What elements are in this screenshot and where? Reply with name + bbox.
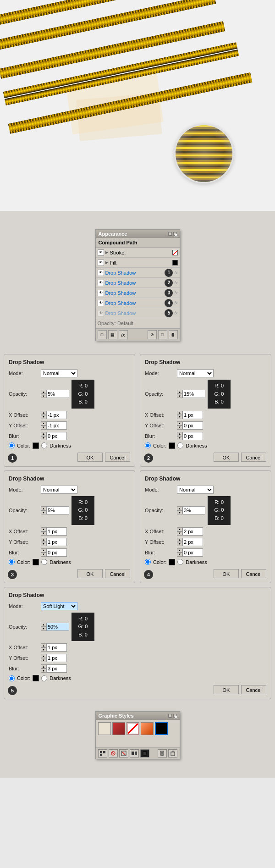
ds5-visibility[interactable]: 👁	[98, 310, 104, 316]
ds2-visibility[interactable]: 👁	[98, 280, 104, 286]
blur-up-1[interactable]: ▲	[41, 432, 46, 436]
color-radio-4[interactable]	[145, 559, 151, 565]
blur-input-4[interactable]	[182, 548, 203, 557]
ds4-label[interactable]: Drop Shadow	[105, 300, 164, 306]
cancel-btn-4[interactable]: Cancel	[241, 569, 266, 578]
gs-item-5[interactable]	[155, 722, 168, 735]
opacity-down-1[interactable]: ▼	[41, 394, 46, 398]
blur-down-3[interactable]: ▼	[41, 553, 46, 557]
new-layer-btn[interactable]: □	[98, 330, 107, 339]
opacity-down-2[interactable]: ▼	[177, 394, 182, 398]
color-swatch-1[interactable]	[33, 442, 39, 449]
x-up-3[interactable]: ▲	[41, 527, 46, 531]
stroke-swatch[interactable]	[172, 250, 178, 255]
gs-delete-btn[interactable]	[168, 749, 177, 757]
cancel-btn-5[interactable]: Cancel	[241, 685, 266, 694]
blur-down-4[interactable]: ▼	[177, 553, 182, 557]
yoffset-input-4[interactable]	[182, 538, 203, 546]
fill-arrow[interactable]: ▶	[105, 260, 110, 265]
darkness-radio-3[interactable]	[41, 559, 47, 565]
mode-select-2[interactable]: Normal Soft Light	[177, 369, 214, 377]
ds1-label[interactable]: Drop Shadow	[105, 270, 164, 276]
blur-input-2[interactable]	[182, 432, 203, 440]
cancel-btn-2[interactable]: Cancel	[241, 453, 266, 462]
ok-btn-2[interactable]: OK	[214, 453, 239, 462]
blur-down-2[interactable]: ▼	[177, 436, 182, 440]
gs-item-2[interactable]	[112, 722, 125, 735]
opacity-input-1[interactable]	[46, 390, 69, 398]
xoffset-input-3[interactable]	[46, 527, 67, 536]
fx-btn[interactable]: fx	[119, 330, 128, 339]
xoffset-input-5[interactable]	[46, 643, 67, 652]
y-up-1[interactable]: ▲	[41, 421, 46, 426]
mode-select-3[interactable]: Normal Soft Light	[41, 486, 77, 494]
yoffset-input-3[interactable]	[46, 538, 67, 546]
gs-merge-btn[interactable]	[130, 749, 139, 757]
y-down-3[interactable]: ▼	[41, 542, 46, 546]
blur-up-5[interactable]: ▲	[41, 664, 46, 669]
yoffset-input-2[interactable]	[182, 421, 203, 430]
fill-swatch[interactable]	[172, 260, 178, 265]
x-down-5[interactable]: ▼	[41, 647, 46, 652]
ds5-label[interactable]: Drop Shadow	[105, 310, 164, 316]
darkness-radio-4[interactable]	[177, 559, 183, 565]
copy-btn[interactable]: □	[158, 330, 167, 339]
opacity-up-5[interactable]: ▲	[41, 623, 46, 627]
ds3-visibility[interactable]: 👁	[98, 290, 104, 296]
x-up-5[interactable]: ▲	[41, 643, 46, 647]
darkness-radio-2[interactable]	[177, 442, 183, 448]
x-up-4[interactable]: ▲	[177, 527, 182, 531]
yoffset-input-1[interactable]	[46, 421, 67, 430]
stroke-arrow[interactable]: ▶	[105, 250, 110, 255]
gs-close-btn[interactable]: ✕	[173, 714, 177, 718]
y-down-5[interactable]: ▼	[41, 658, 46, 662]
ds2-label[interactable]: Drop Shadow	[105, 280, 164, 286]
color-swatch-2[interactable]	[169, 442, 175, 449]
color-swatch-3[interactable]	[33, 559, 39, 565]
gs-item-1[interactable]	[98, 722, 111, 735]
blur-input-3[interactable]	[46, 548, 67, 557]
panel-close-btn[interactable]: ✕	[173, 232, 177, 236]
x-up-1[interactable]: ▲	[41, 411, 46, 415]
y-down-1[interactable]: ▼	[41, 426, 46, 430]
y-up-3[interactable]: ▲	[41, 538, 46, 542]
x-up-2[interactable]: ▲	[177, 411, 182, 415]
opacity-up-2[interactable]: ▲	[177, 390, 182, 394]
ok-btn-4[interactable]: OK	[214, 569, 239, 578]
opacity-up-4[interactable]: ▲	[177, 506, 182, 510]
fill-btn[interactable]: ▦	[108, 330, 117, 339]
mode-select-1[interactable]: Normal Soft Light Multiply	[41, 369, 77, 377]
yoffset-input-5[interactable]	[46, 654, 67, 662]
ds3-label[interactable]: Drop Shadow	[105, 290, 164, 296]
stroke-visibility[interactable]: 👁	[98, 249, 104, 256]
y-up-2[interactable]: ▲	[177, 421, 182, 426]
gs-new-btn[interactable]	[158, 749, 167, 757]
x-down-3[interactable]: ▼	[41, 531, 46, 536]
darkness-radio-1[interactable]	[41, 442, 47, 448]
y-up-4[interactable]: ▲	[177, 538, 182, 542]
opacity-input-4[interactable]	[182, 506, 205, 514]
xoffset-input-4[interactable]	[182, 527, 203, 536]
gs-item-3[interactable]	[126, 722, 139, 735]
opacity-down-4[interactable]: ▼	[177, 510, 182, 514]
x-down-2[interactable]: ▼	[177, 415, 182, 419]
y-down-4[interactable]: ▼	[177, 542, 182, 546]
opacity-up-3[interactable]: ▲	[41, 506, 46, 510]
blur-input-1[interactable]	[46, 432, 67, 440]
blur-down-1[interactable]: ▼	[41, 436, 46, 440]
opacity-input-2[interactable]	[182, 390, 205, 398]
ok-btn-3[interactable]: OK	[77, 569, 103, 578]
gs-break-link-btn[interactable]	[109, 749, 118, 757]
x-down-1[interactable]: ▼	[41, 415, 46, 419]
ds1-visibility[interactable]: 👁	[98, 270, 104, 276]
ok-btn-5[interactable]: OK	[214, 685, 239, 694]
ok-btn-1[interactable]: OK	[77, 453, 103, 462]
opacity-down-5[interactable]: ▼	[41, 627, 46, 631]
y-down-2[interactable]: ▼	[177, 426, 182, 430]
color-swatch-4[interactable]	[169, 559, 175, 565]
blur-up-4[interactable]: ▲	[177, 548, 182, 553]
color-radio-3[interactable]	[9, 559, 15, 565]
x-down-4[interactable]: ▼	[177, 531, 182, 536]
panel-minimize-btn[interactable]	[168, 232, 172, 236]
color-radio-2[interactable]	[145, 442, 151, 448]
